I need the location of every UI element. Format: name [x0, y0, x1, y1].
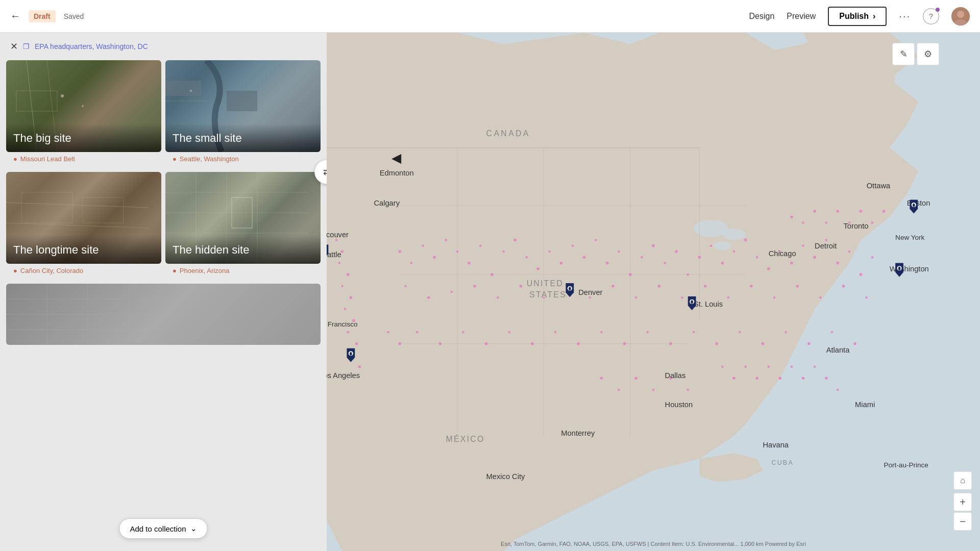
notification-dot	[936, 8, 940, 12]
svg-point-68	[664, 262, 666, 264]
big-site-location[interactable]: Missouri Lead Belt	[20, 155, 75, 163]
svg-point-157	[791, 365, 793, 368]
hidden-site-card[interactable]: The hidden site	[165, 172, 321, 264]
svg-point-95	[589, 296, 592, 299]
svg-point-112	[836, 210, 839, 213]
publish-arrow-icon: ›	[873, 12, 875, 21]
svg-point-145	[344, 308, 347, 311]
svg-rect-17	[21, 192, 72, 223]
add-to-collection-button[interactable]: Add to collection ⌄	[119, 518, 207, 539]
small-site-container: The small site ● Seattle, Washington	[165, 60, 321, 168]
svg-point-98	[657, 285, 660, 288]
big-site-location-pin-icon: ●	[13, 155, 17, 163]
avatar[interactable]	[951, 7, 970, 26]
more-button[interactable]: ···	[899, 10, 911, 22]
map-background: Edmonton Calgary Vancouver Seattle San F…	[327, 33, 980, 551]
svg-point-75	[744, 239, 747, 242]
svg-point-64	[618, 251, 620, 253]
epa-link[interactable]: EPA headquarters, Washington, DC	[35, 42, 148, 51]
svg-point-150	[358, 365, 361, 368]
settings-tool-button[interactable]: ⚙	[917, 43, 939, 65]
zoom-out-button[interactable]: −	[953, 512, 972, 531]
longtime-site-card[interactable]: The longtime site	[6, 172, 161, 264]
pencil-icon: ✎	[900, 48, 908, 60]
sites-section: The big site ● Missouri Lead Belt	[0, 60, 327, 284]
top-navigation: ← Draft Saved Design Preview Publish › ·…	[0, 0, 980, 33]
bottom-partial-card[interactable]	[6, 284, 321, 345]
swap-icon: ⇄	[323, 166, 327, 178]
home-icon: ⌂	[960, 476, 965, 485]
small-site-card[interactable]: The small site	[165, 60, 321, 152]
preview-button[interactable]: Preview	[787, 12, 816, 21]
svg-text:San Francisco: San Francisco	[327, 320, 357, 328]
longtime-site-container: The longtime site ● Cañon City, Colorado	[6, 172, 161, 280]
main-content: ✕ ❐ EPA headquarters, Washington, DC	[0, 33, 980, 551]
svg-point-147	[347, 331, 349, 334]
svg-point-133	[739, 331, 741, 334]
svg-point-7	[61, 94, 64, 97]
epa-pin-icon: ❐	[23, 42, 30, 51]
svg-point-80	[802, 244, 804, 247]
small-site-location-row: ● Seattle, Washington	[165, 152, 321, 168]
add-collection-chevron-icon: ⌄	[190, 524, 197, 533]
svg-point-88	[427, 296, 430, 299]
svg-point-154	[755, 377, 758, 380]
close-button[interactable]: ✕	[10, 41, 18, 52]
hidden-site-location[interactable]: Phoenix, Arizona	[180, 267, 230, 274]
sites-grid: The big site ● Missouri Lead Belt	[0, 60, 327, 284]
svg-text:Denver: Denver	[578, 288, 602, 296]
zoom-in-button[interactable]: +	[953, 493, 972, 511]
hidden-site-location-row: ● Phoenix, Arizona	[165, 264, 321, 280]
map-attribution: Esri, TomTom, Garmin, FAO, NOAA, USGS, E…	[327, 541, 980, 547]
svg-point-100	[704, 285, 707, 288]
svg-point-76	[756, 256, 758, 259]
svg-point-86	[871, 256, 874, 259]
map-toolbar: ✎ ⚙	[892, 43, 939, 65]
svg-text:Los Angeles: Los Angeles	[327, 371, 360, 380]
svg-point-36	[722, 229, 745, 240]
svg-point-153	[744, 365, 747, 368]
svg-point-122	[485, 342, 488, 345]
help-button[interactable]: ?	[923, 8, 939, 24]
small-site-location-pin-icon: ●	[173, 155, 177, 163]
svg-text:Monterrey: Monterrey	[561, 429, 595, 437]
svg-text:MÉXICO: MÉXICO	[446, 434, 485, 443]
svg-rect-10	[165, 81, 201, 96]
svg-point-89	[451, 291, 453, 293]
publish-button[interactable]: Publish ›	[828, 7, 887, 26]
svg-point-82	[825, 239, 827, 241]
back-button[interactable]: ←	[10, 10, 20, 22]
draft-button[interactable]: Draft	[29, 10, 56, 22]
svg-point-62	[595, 239, 597, 241]
map-panel[interactable]: Edmonton Calgary Vancouver Seattle San F…	[327, 33, 980, 551]
big-site-card[interactable]: The big site	[6, 60, 161, 152]
svg-point-81	[813, 256, 816, 259]
bottom-card-texture	[6, 284, 321, 345]
svg-point-139	[335, 239, 338, 241]
svg-point-120	[438, 342, 442, 345]
publish-label: Publish	[839, 12, 869, 21]
svg-point-61	[583, 256, 586, 259]
svg-point-46	[410, 262, 413, 264]
svg-point-164	[634, 377, 638, 380]
svg-point-160	[825, 377, 828, 380]
svg-point-85	[860, 273, 863, 276]
edit-tool-button[interactable]: ✎	[892, 43, 915, 65]
svg-point-45	[398, 250, 401, 253]
svg-point-79	[790, 262, 793, 265]
svg-point-90	[473, 285, 476, 288]
svg-point-103	[773, 296, 776, 299]
svg-point-99	[681, 296, 683, 299]
home-button[interactable]: ⌂	[953, 471, 972, 490]
svg-point-161	[837, 389, 839, 391]
longtime-site-location[interactable]: Cañon City, Colorado	[20, 267, 83, 274]
svg-point-138	[853, 342, 856, 345]
big-site-overlay: The big site	[6, 123, 161, 152]
svg-point-110	[813, 210, 816, 213]
svg-text:Seattle: Seattle	[327, 251, 341, 259]
svg-point-60	[572, 244, 574, 247]
small-site-location[interactable]: Seattle, Washington	[180, 155, 239, 163]
design-button[interactable]: Design	[749, 12, 775, 21]
svg-point-134	[762, 342, 765, 345]
svg-line-15	[6, 203, 149, 208]
